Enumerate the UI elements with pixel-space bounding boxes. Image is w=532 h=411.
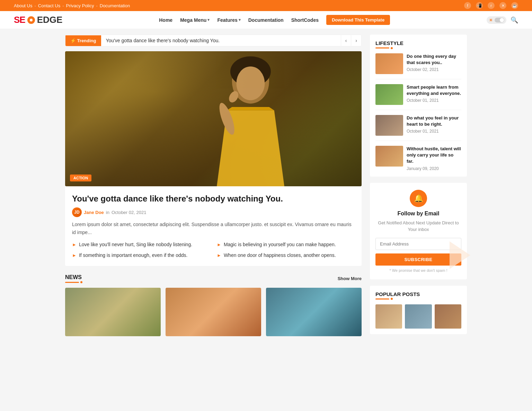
facebook-icon[interactable]: f (464, 2, 471, 9)
lifestyle-item-4[interactable]: Without hustle, talent will only carry y… (375, 146, 461, 171)
news-card-img-2 (166, 288, 261, 336)
bell-icon: 🔔 (414, 194, 423, 203)
subscribe-icon-wrap: 🔔 (410, 190, 427, 207)
mega-menu-arrow-icon: ▾ (207, 18, 210, 22)
nav-shortcodes[interactable]: ShortCodes (291, 17, 319, 23)
toggle-thumb (500, 18, 504, 22)
lifestyle-info-4: Without hustle, talent will only carry y… (407, 146, 461, 171)
news-section-underline (65, 282, 79, 283)
lifestyle-info-3: Do what you feel in your heart to be rig… (407, 115, 461, 136)
featured-person-silhouette (169, 51, 332, 186)
news-section-title: NEWS (65, 274, 82, 280)
author-name[interactable]: Jane Doe (84, 210, 104, 215)
news-card-3[interactable] (266, 288, 362, 336)
top-bar: About Us - Contact Us - Privacy Policy -… (0, 0, 532, 11)
news-card-img-1 (65, 288, 161, 336)
subscribe-note: * We promise that we don't spam ! (375, 268, 461, 272)
article-body: You've gotta dance like there's nobody w… (65, 186, 362, 266)
news-section-title-wrap: NEWS (65, 274, 82, 283)
bullet-item-1: ► Love like you'll never hurt, Sing like… (72, 241, 210, 248)
theme-toggle[interactable]: ☀ (487, 16, 506, 24)
trending-prev-button[interactable]: ‹ (341, 35, 351, 46)
news-section-header: NEWS Show More (65, 274, 362, 283)
lifestyle-item-date-4: January 09, 2020 (407, 166, 461, 171)
main-container: ⚡ Trending You've gotta dance like there… (58, 29, 474, 346)
contact-us-link[interactable]: Contact Us (38, 3, 60, 8)
privacy-policy-link[interactable]: Privacy Policy (66, 3, 94, 8)
popular-thumb-3[interactable] (435, 304, 461, 329)
trending-bar: ⚡ Trending You've gotta dance like there… (65, 35, 362, 46)
svg-marker-4 (227, 107, 274, 110)
main-nav: Home Mega Menu ▾ Features ▾ Documentatio… (159, 15, 390, 25)
show-more-link[interactable]: Show More (338, 276, 362, 281)
lifestyle-thumb-1 (375, 53, 403, 74)
lifestyle-item-title-2: Smart people learn from everything and e… (407, 84, 461, 97)
nav-documentation[interactable]: Documentation (248, 17, 284, 23)
bullet-item-4: ► When one door of happiness closes, ano… (217, 252, 355, 259)
news-grid (65, 288, 362, 336)
sun-icon: ☀ (489, 17, 493, 23)
bullet-item-2: ► Magic is believing in yourself you can… (217, 241, 355, 248)
lifestyle-item-2[interactable]: Smart people learn from everything and e… (375, 84, 461, 110)
email-input[interactable] (375, 238, 461, 250)
lifestyle-thumb-3 (375, 115, 403, 136)
bullet-item-3: ► If something is important enough, even… (72, 252, 210, 259)
search-icon[interactable]: 🔍 (511, 16, 518, 24)
logo[interactable]: SE EDGE (14, 15, 62, 25)
download-template-button[interactable]: Download This Template (326, 15, 390, 25)
popular-posts-thumbs (375, 304, 461, 329)
lifestyle-section: LIFESTYLE Do one thing every day that sc… (370, 35, 467, 177)
lifestyle-item-title-3: Do what you feel in your heart to be rig… (407, 115, 461, 127)
bullet-arrow-3: ► (72, 252, 77, 259)
trending-nav: ‹ › (341, 35, 361, 46)
featured-image: ACTION (65, 51, 362, 186)
article-meta: JD Jane Doe in October 02, 2021 (72, 207, 355, 217)
nav-mega-menu[interactable]: Mega Menu ▾ (180, 17, 210, 23)
bullet-arrow-2: ► (217, 241, 221, 248)
trending-next-button[interactable]: › (351, 35, 361, 46)
popular-posts-title: POPULAR POSTS (375, 291, 461, 297)
article-bullets: ► Love like you'll never hurt, Sing like… (72, 241, 355, 259)
popular-thumb-1[interactable] (375, 304, 402, 329)
subscribe-description: Get Notified About Next Update Direct to… (375, 220, 461, 233)
lifestyle-thumb-4 (375, 146, 403, 167)
subscribe-title: Follow by Email (375, 211, 461, 217)
trending-text: You've gotta dance like there's nobody w… (101, 35, 341, 46)
trending-label: ⚡ Trending (65, 35, 101, 46)
lifestyle-item-date-3: October 01, 2021 (407, 129, 461, 134)
whatsapp-icon[interactable]: 📲 (476, 2, 483, 9)
bullet-arrow-4: ► (217, 252, 221, 259)
svg-point-2 (236, 66, 265, 100)
toggle-track (495, 18, 504, 23)
nav-home[interactable]: Home (159, 17, 172, 23)
author-meta-in: in (106, 210, 109, 215)
featured-badge: ACTION (70, 175, 91, 181)
news-card-1[interactable] (65, 288, 161, 336)
nav-features[interactable]: Features ▾ (217, 17, 240, 23)
author-avatar: JD (72, 207, 82, 217)
twitter-icon[interactable]: ✕ (499, 2, 506, 9)
sidebar: LIFESTYLE Do one thing every day that sc… (370, 35, 467, 340)
popular-posts-underline (375, 298, 389, 300)
documentation-topbar-link[interactable]: Documentation (100, 3, 130, 8)
header: SE EDGE Home Mega Menu ▾ Features ▾ Docu… (0, 11, 532, 29)
sep-1: - (34, 3, 36, 8)
lifestyle-item-1[interactable]: Do one thing every day that scares you..… (375, 53, 461, 79)
instagram-icon[interactable]: ☕ (511, 2, 518, 9)
lifestyle-item-3[interactable]: Do what you feel in your heart to be rig… (375, 115, 461, 141)
popular-thumb-2[interactable] (405, 304, 432, 329)
lifestyle-info-1: Do one thing every day that scares you..… (407, 53, 461, 74)
news-section: NEWS Show More (65, 274, 362, 336)
article-excerpt: Lorem ipsum dolor sit amet, consectetur … (72, 221, 355, 236)
logo-edge: EDGE (37, 15, 63, 25)
article-title: You've gotta dance like there's nobody w… (72, 193, 355, 204)
lifestyle-thumb-2 (375, 84, 403, 105)
bullet-arrow-1: ► (72, 241, 77, 248)
logo-target-icon (27, 16, 35, 24)
about-us-link[interactable]: About Us (14, 3, 32, 8)
header-right: ☀ 🔍 (487, 16, 518, 24)
news-card-2[interactable] (166, 288, 261, 336)
reddit-icon[interactable]: r (488, 2, 495, 9)
top-bar-social: f 📲 r ✕ ☕ (464, 2, 518, 9)
subscribe-button[interactable]: SUBSCRIBE (375, 253, 461, 266)
